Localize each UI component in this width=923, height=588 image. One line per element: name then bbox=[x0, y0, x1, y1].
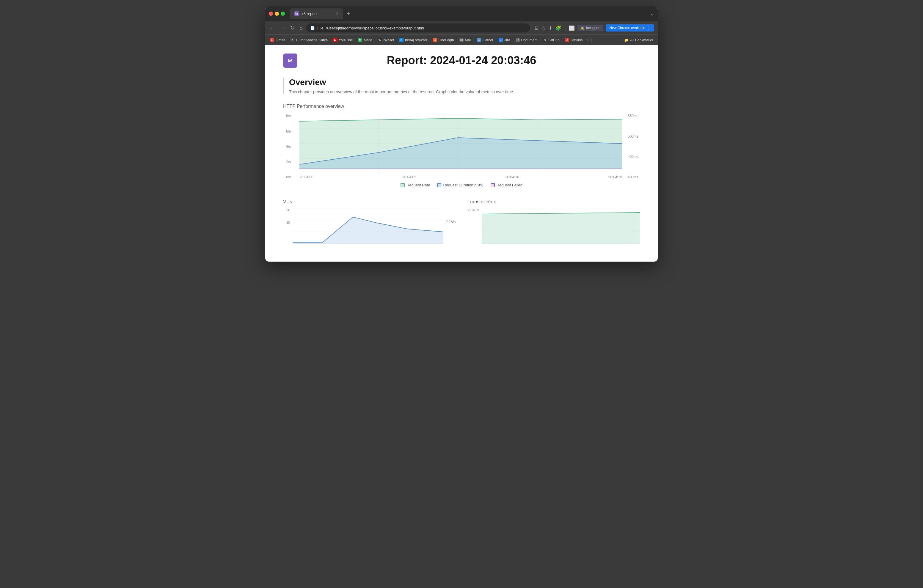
bookmark-jenkins-label: Jenkins bbox=[571, 38, 583, 42]
tab-close-button[interactable]: × bbox=[336, 11, 338, 16]
overview-section: Overview This chapter provides an overvi… bbox=[283, 77, 640, 94]
legend-duration: Request Duration p(95) bbox=[437, 183, 483, 187]
k6-logo-shape: k6 bbox=[283, 54, 297, 68]
x-label-4: 20:04:15 bbox=[608, 175, 622, 179]
svg-marker-20 bbox=[482, 213, 640, 244]
folder-icon: 📁 bbox=[624, 38, 629, 42]
legend-duration-box bbox=[437, 183, 441, 187]
jenkins-icon: J bbox=[565, 38, 569, 42]
tab-menu-button[interactable]: ⌄ bbox=[650, 11, 654, 16]
new-chrome-button[interactable]: New Chrome available ⋮ bbox=[606, 25, 654, 31]
traffic-light-fullscreen[interactable] bbox=[281, 11, 285, 16]
bookmark-youtube[interactable]: ▶ YouTube bbox=[331, 37, 355, 43]
transfer-y-75: 75 kB/s bbox=[468, 208, 480, 212]
vus-chart-svg bbox=[292, 208, 443, 244]
chart-legend: Request Rate Request Duration p(95) Requ… bbox=[283, 183, 640, 187]
bottom-charts: VUs 20 15 bbox=[283, 199, 640, 244]
page-header: k6 Report: 2024-01-24 20:03:46 bbox=[283, 54, 640, 67]
download-button[interactable]: ⬇ bbox=[549, 25, 552, 31]
bookmark-onelogin-label: OneLogin bbox=[439, 38, 454, 42]
gather-icon: G bbox=[477, 38, 481, 42]
address-bar: ← → ↻ ⌂ 📄 File /Users/jittagornp/workspa… bbox=[265, 21, 658, 34]
bookmark-github[interactable]: ⊙ GitHub bbox=[540, 37, 562, 43]
x-axis: 20:04:00 20:04:05 20:04:10 20:04:15 bbox=[299, 175, 622, 179]
nav-refresh-button[interactable]: ↻ bbox=[289, 23, 296, 33]
bookmark-document[interactable]: D Document bbox=[513, 37, 540, 43]
url-protocol: File bbox=[317, 26, 324, 30]
sidebar-button[interactable]: ⬜ bbox=[569, 25, 575, 31]
transfer-rate-chart: Transfer Rate 75 kB/s bbox=[468, 199, 640, 244]
nav-back-button[interactable]: ← bbox=[269, 24, 276, 33]
iwallet-icon: W bbox=[378, 38, 382, 42]
bookmark-jira[interactable]: J Jira bbox=[496, 37, 512, 43]
bookmark-gmail-label: Gmail bbox=[276, 38, 285, 42]
y-label-6: 6/s bbox=[286, 129, 291, 133]
bookmark-mail-label: Mail bbox=[465, 38, 471, 42]
http-chart-container bbox=[299, 114, 622, 173]
vus-chart: VUs 20 15 bbox=[283, 199, 455, 244]
tab-favicon: k6 bbox=[294, 11, 299, 16]
y-label-2: 2/s bbox=[286, 160, 291, 164]
active-tab[interactable]: k6 k6 report × bbox=[290, 8, 343, 19]
bookmark-button[interactable]: ☆ bbox=[542, 25, 546, 31]
title-bar: k6 k6 report × + ⌄ bbox=[265, 6, 658, 21]
new-chrome-label: New Chrome available bbox=[609, 26, 645, 30]
extensions-button[interactable]: 🧩 bbox=[555, 25, 562, 31]
vus-y-20: 20 bbox=[283, 208, 290, 212]
incognito-label: Incognito bbox=[586, 26, 601, 30]
legend-request-rate-label: Request Rate bbox=[406, 183, 430, 187]
mail-icon: ✉ bbox=[460, 38, 463, 42]
bookmark-kafka-label: UI for Apache Kafka bbox=[296, 38, 328, 42]
legend-duration-label: Request Duration p(95) bbox=[443, 183, 483, 187]
bookmark-github-label: GitHub bbox=[549, 38, 559, 42]
transfer-chart-container bbox=[482, 208, 640, 244]
neo4j-icon: N bbox=[399, 38, 404, 42]
jira-icon: J bbox=[499, 38, 503, 42]
x-label-1: 20:04:00 bbox=[299, 175, 314, 179]
http-chart-wrapper: 8/s 6/s 4/s 2/s 0/s 550ms 500ms 450ms 40… bbox=[299, 114, 622, 179]
browser-window: k6 k6 report × + ⌄ ← → ↻ ⌂ 📄 File /Users… bbox=[265, 6, 658, 261]
url-path: /Users/jittagornp/workspace/lotus/k6-exa… bbox=[326, 26, 424, 30]
legend-failed-label: Request Failed bbox=[497, 183, 522, 187]
bookmark-neo4j-label: neo4j browser bbox=[405, 38, 427, 42]
transfer-chart-svg bbox=[482, 208, 640, 244]
bookmark-mail[interactable]: ✉ Mail bbox=[457, 37, 474, 43]
screen-cast-button[interactable]: ⊡ bbox=[535, 25, 539, 31]
bookmark-kafka[interactable]: K UI for Apache Kafka bbox=[288, 37, 330, 43]
bookmark-onelogin[interactable]: O OneLogin bbox=[430, 37, 457, 43]
bookmark-document-label: Document bbox=[521, 38, 538, 42]
bookmark-jira-label: Jira bbox=[504, 38, 510, 42]
bookmark-neo4j[interactable]: N neo4j browser bbox=[397, 37, 430, 43]
bookmark-maps-label: Maps bbox=[364, 38, 372, 42]
traffic-light-close[interactable] bbox=[269, 11, 273, 16]
bookmarks-more-button[interactable]: » bbox=[586, 38, 588, 43]
bookmark-gmail[interactable]: G Gmail bbox=[268, 37, 287, 43]
all-bookmarks-label: All Bookmarks bbox=[630, 38, 653, 42]
bookmark-jenkins[interactable]: J Jenkins bbox=[563, 37, 585, 43]
y-label-400: 400ms bbox=[628, 175, 639, 179]
traffic-light-minimize[interactable] bbox=[275, 11, 279, 16]
bookmark-iwallet[interactable]: W iWallet bbox=[376, 37, 397, 43]
y-label-550: 550ms bbox=[628, 114, 639, 118]
vus-value: 7.75/s bbox=[446, 220, 455, 224]
transfer-rate-title: Transfer Rate bbox=[468, 199, 640, 205]
url-bar[interactable]: 📄 File /Users/jittagornp/workspace/lotus… bbox=[306, 23, 530, 33]
all-bookmarks-button[interactable]: 📁 All Bookmarks bbox=[622, 37, 655, 43]
y-label-0: 0/s bbox=[286, 175, 291, 179]
nav-forward-button[interactable]: → bbox=[279, 24, 287, 33]
http-chart-title: HTTP Performance overview bbox=[283, 104, 640, 109]
y-label-500: 500ms bbox=[628, 135, 639, 138]
incognito-badge: 🕵 Incognito bbox=[577, 25, 604, 31]
vus-title: VUs bbox=[283, 199, 455, 205]
legend-request-rate-box bbox=[401, 183, 405, 187]
bookmarks-bar: G Gmail K UI for Apache Kafka ▶ YouTube … bbox=[265, 34, 658, 45]
tab-title: k6 report bbox=[302, 11, 317, 16]
new-tab-button[interactable]: + bbox=[347, 10, 350, 17]
k6-logo: k6 bbox=[283, 54, 297, 68]
bookmark-gather[interactable]: G Gather bbox=[475, 37, 496, 43]
y-label-450: 450ms bbox=[628, 154, 639, 159]
nav-home-button[interactable]: ⌂ bbox=[298, 24, 304, 33]
vus-chart-container bbox=[292, 208, 443, 244]
bookmark-maps[interactable]: M Maps bbox=[356, 37, 374, 43]
y-label-4: 4/s bbox=[286, 145, 291, 149]
